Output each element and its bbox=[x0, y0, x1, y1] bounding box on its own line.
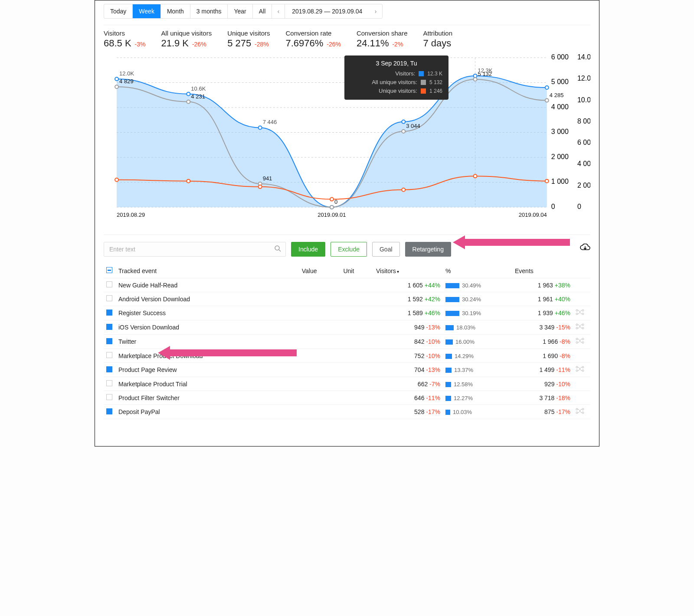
event-name: Register Success bbox=[116, 306, 299, 320]
flow-icon[interactable] bbox=[573, 405, 590, 419]
metric-label: Unique visitors bbox=[227, 29, 270, 37]
table-row[interactable]: Product Page Review704 -13%13.37%1 499 -… bbox=[104, 363, 590, 377]
svg-text:941: 941 bbox=[263, 175, 272, 182]
svg-text:8 000: 8 000 bbox=[577, 117, 590, 125]
svg-text:5 000: 5 000 bbox=[551, 78, 569, 86]
exclude-button[interactable]: Exclude bbox=[331, 242, 367, 257]
sort-desc-icon: ▾ bbox=[397, 269, 399, 274]
flow-icon bbox=[573, 292, 590, 306]
col-value[interactable]: Value bbox=[299, 264, 341, 278]
svg-text:4 000: 4 000 bbox=[577, 160, 590, 167]
flow-icon[interactable] bbox=[573, 363, 590, 377]
table-row[interactable]: Product Filter Switcher646 -11%12.27%3 7… bbox=[104, 391, 590, 405]
table-row[interactable]: Deposit PayPal528 -17%10.03%875 -17% bbox=[104, 405, 590, 419]
retargeting-button[interactable]: Retargeting bbox=[405, 242, 451, 257]
row-checkbox[interactable] bbox=[106, 394, 112, 400]
metric-label: Conversion share bbox=[357, 29, 408, 37]
pct-cell: 30.24% bbox=[443, 292, 512, 306]
visitors-cell: 949 -13% bbox=[373, 320, 443, 335]
svg-point-28 bbox=[187, 92, 190, 96]
metric-conversion-share: Conversion share24.11% -2% bbox=[357, 29, 408, 49]
visitors-cell: 704 -13% bbox=[373, 363, 443, 377]
chart-tooltip: 3 Sep 2019, Tu Visitors:12.3 KAll unique… bbox=[344, 55, 448, 100]
metric-value: 24.11% -2% bbox=[357, 38, 408, 49]
row-checkbox[interactable] bbox=[106, 295, 112, 301]
row-checkbox[interactable] bbox=[106, 310, 112, 316]
svg-point-70 bbox=[582, 338, 584, 340]
date-tab-week[interactable]: Week bbox=[133, 4, 161, 18]
svg-point-75 bbox=[582, 370, 584, 372]
metric-delta: -2% bbox=[391, 41, 403, 48]
flow-icon bbox=[573, 349, 590, 363]
table-row[interactable]: Marketplace Product Trial662 -7%12.58%92… bbox=[104, 377, 590, 391]
metric-delta: -3% bbox=[133, 41, 146, 48]
svg-text:4 829: 4 829 bbox=[119, 78, 134, 85]
flow-icon[interactable] bbox=[573, 320, 590, 335]
col-unit[interactable]: Unit bbox=[340, 264, 373, 278]
svg-point-48 bbox=[474, 174, 477, 178]
metric-label: Visitors bbox=[104, 29, 145, 37]
svg-point-47 bbox=[474, 78, 477, 81]
date-tab-3-months[interactable]: 3 months bbox=[190, 4, 228, 18]
events-cell: 929 -10% bbox=[512, 377, 573, 391]
date-tab-all[interactable]: All bbox=[253, 4, 272, 18]
table-row[interactable]: Android Version Download1 592 +42%30.24%… bbox=[104, 292, 590, 306]
row-checkbox[interactable] bbox=[106, 338, 112, 344]
include-button[interactable]: Include bbox=[291, 242, 325, 257]
date-tab-year[interactable]: Year bbox=[228, 4, 252, 18]
svg-text:4 231: 4 231 bbox=[191, 93, 205, 100]
row-checkbox[interactable] bbox=[106, 352, 112, 358]
event-name: Marketplace Product Trial bbox=[116, 377, 299, 391]
row-checkbox[interactable] bbox=[106, 324, 112, 330]
svg-point-78 bbox=[582, 408, 584, 410]
metric-delta: -26% bbox=[190, 41, 206, 48]
pct-cell: 18.03% bbox=[443, 320, 512, 335]
svg-text:10.6K: 10.6K bbox=[191, 85, 206, 92]
metric-visitors: Visitors68.5 K -3% bbox=[104, 29, 145, 49]
table-row[interactable]: New Guide Half-Read1 605 +44%30.49%1 963… bbox=[104, 278, 590, 292]
svg-text:7 446: 7 446 bbox=[263, 119, 277, 126]
svg-text:2 000: 2 000 bbox=[551, 153, 569, 160]
table-row[interactable]: Marketplace Product Download752 -10%14.2… bbox=[104, 349, 590, 363]
table-row[interactable]: iOS Version Download949 -13%18.03%3 349 … bbox=[104, 320, 590, 335]
metric-label: Conversion rate bbox=[286, 29, 341, 37]
metric-delta: -26% bbox=[325, 41, 341, 48]
pct-cell: 16.00% bbox=[443, 335, 512, 349]
row-checkbox[interactable] bbox=[106, 408, 112, 414]
flow-icon[interactable] bbox=[573, 306, 590, 320]
row-checkbox[interactable] bbox=[106, 366, 112, 372]
search-input[interactable] bbox=[108, 245, 274, 253]
svg-text:2019.08.29: 2019.08.29 bbox=[117, 212, 145, 218]
visitors-cell: 662 -7% bbox=[373, 377, 443, 391]
col-event[interactable]: Tracked event bbox=[116, 264, 299, 278]
date-next-button[interactable]: › bbox=[369, 4, 382, 18]
table-row[interactable]: Twitter842 -10%16.00%1 966 -8% bbox=[104, 335, 590, 349]
svg-point-52 bbox=[545, 99, 549, 102]
table-row[interactable]: Register Success1 589 +46%30.19%1 939 +4… bbox=[104, 306, 590, 320]
svg-point-64 bbox=[576, 324, 578, 326]
visitors-cell: 1 589 +46% bbox=[373, 306, 443, 320]
svg-point-71 bbox=[582, 342, 584, 343]
col-visitors[interactable]: Visitors▾ bbox=[373, 264, 443, 278]
svg-text:12.0K: 12.0K bbox=[577, 75, 590, 82]
svg-text:2019.09.04: 2019.09.04 bbox=[519, 212, 547, 218]
date-tab-today[interactable]: Today bbox=[104, 4, 133, 18]
row-checkbox[interactable] bbox=[106, 380, 112, 386]
flow-icon bbox=[573, 377, 590, 391]
svg-point-53 bbox=[545, 179, 549, 183]
pct-cell: 12.58% bbox=[443, 377, 512, 391]
col-events[interactable]: Events bbox=[512, 264, 573, 278]
goal-button[interactable]: Goal bbox=[372, 242, 400, 257]
row-checkbox[interactable] bbox=[106, 281, 112, 287]
flow-icon[interactable] bbox=[573, 335, 590, 349]
date-prev-button[interactable]: ‹ bbox=[272, 4, 285, 18]
date-tab-month[interactable]: Month bbox=[161, 4, 190, 18]
date-range-label[interactable]: 2019.08.29 — 2019.09.04 bbox=[285, 4, 369, 18]
search-box[interactable] bbox=[104, 242, 286, 257]
col-pct[interactable]: % bbox=[443, 264, 512, 278]
select-all-checkbox[interactable] bbox=[106, 267, 112, 273]
download-icon[interactable] bbox=[580, 244, 590, 255]
events-cell: 1 963 +38% bbox=[512, 278, 573, 292]
events-cell: 1 690 -8% bbox=[512, 349, 573, 363]
events-cell: 3 718 -18% bbox=[512, 391, 573, 405]
